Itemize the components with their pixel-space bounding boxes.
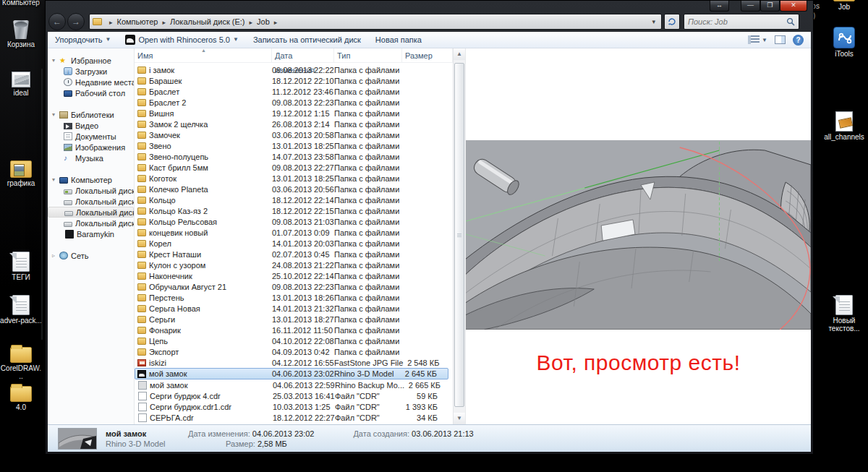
sidebar-item[interactable]: Локальный диск (E:	[48, 207, 134, 218]
desktop-icon[interactable]: adver-pack...	[0, 293, 42, 325]
breadcrumb-item[interactable]: Компьютер	[117, 17, 158, 26]
scroll-up-icon[interactable]: ▲	[454, 48, 465, 60]
file-row[interactable]: Экспорт04.09.2013 0:42Папка с файлами	[135, 346, 453, 357]
forward-button[interactable]: →	[67, 13, 85, 30]
open-with-rhinoceros-button[interactable]: Open with Rhinoceros 5.0 ▼	[118, 32, 246, 48]
column-header-size[interactable]: Размер	[402, 48, 453, 62]
file-row[interactable]: iskizi04.12.2012 16:55FastStone JPG File…	[135, 357, 453, 368]
file-row[interactable]: Серьга Новая14.01.2013 21:32Папка с файл…	[135, 303, 453, 314]
desktop-icon[interactable]: Job	[823, 0, 865, 11]
breadcrumb-item[interactable]: Job	[257, 17, 270, 26]
sidebar-item[interactable]: Локальный диск (C	[48, 185, 134, 196]
file-row[interactable]: СЕРЬГА.cdr18.12.2012 22:27Файл "CDR"34 К…	[135, 412, 453, 423]
folder-file-icon	[137, 316, 146, 323]
desktop-icon[interactable]: CorelDRAW...	[0, 341, 42, 380]
file-row[interactable]: Коготок13.01.2013 18:25Папка с файлами	[135, 173, 453, 184]
file-row[interactable]: Вишня19.12.2012 1:15Папка с файлами	[135, 108, 453, 119]
list-scrollbar[interactable]: ▲ ▼	[453, 48, 465, 424]
help-button[interactable]: ?	[793, 35, 804, 46]
desktop-icon[interactable]: Компьютер	[0, 0, 42, 7]
file-row[interactable]: Браслет11.12.2012 23:46Папка с файлами	[135, 86, 453, 97]
file-row[interactable]: i замок09.08.2013 22:22Папка с файлами	[135, 64, 453, 75]
sidebar-item[interactable]: ♪Музыка	[48, 153, 134, 163]
preview-pane-toggle[interactable]	[775, 35, 786, 44]
expanded-triangle-icon[interactable]: ▾	[52, 176, 59, 183]
sidebar-item[interactable]: Документы	[48, 131, 134, 142]
restore-size-button[interactable]: ↔	[710, 1, 729, 12]
file-row[interactable]: Колечко Planeta03.06.2013 20:56Папка с ф…	[135, 184, 453, 194]
sidebar-item[interactable]: Видео	[48, 120, 134, 131]
file-row[interactable]: Кольцо Каз-яз 218.12.2012 22:15Папка с ф…	[135, 205, 453, 216]
file-row[interactable]: Кольцо Рельсовая09.08.2013 21:03Папка с …	[135, 216, 453, 227]
desktop-icon[interactable]: 4.0	[0, 380, 42, 411]
file-row[interactable]: Замочек03.06.2013 20:58Папка с файлами	[135, 129, 453, 140]
file-row[interactable]: мой замок04.06.2013 22:59Rhino Backup Mo…	[135, 379, 453, 390]
address-bar[interactable]: ▸Компьютер▸Локальный диск (E:)▸Job▸ ▾	[89, 14, 662, 30]
file-row[interactable]: Обручалки Август 2109.08.2013 22:23Папка…	[135, 281, 453, 292]
sidebar-item[interactable]: Недавние места	[48, 77, 134, 87]
file-row[interactable]: Кулон с узором24.08.2013 21:22Папка с фа…	[135, 259, 453, 270]
file-row[interactable]: Серги бурдюк.cdr1.cdr10.03.2013 1:25Файл…	[135, 401, 453, 412]
address-dropdown-icon[interactable]: ▾	[649, 18, 658, 25]
file-type: FastStone JPG File	[334, 359, 403, 367]
sidebar-item[interactable]: Локальный диск (D	[48, 196, 134, 207]
file-row[interactable]: Кольцо18.12.2012 22:14Папка с файлами	[135, 194, 453, 205]
file-type: Папка с файлами	[334, 250, 401, 259]
sidebar-item[interactable]: Изображения	[48, 142, 134, 153]
sidebar-item[interactable]: ▹Сеть	[48, 250, 134, 261]
minimize-button[interactable]: —	[741, 1, 760, 12]
file-row[interactable]: Звено13.01.2013 18:25Папка с файлами	[135, 140, 453, 151]
file-row[interactable]: Цепь04.10.2012 22:08Папка с файлами	[135, 335, 453, 346]
file-row[interactable]: Крест Наташи02.07.2013 0:45Папка с файла…	[135, 249, 453, 259]
expanded-triangle-icon[interactable]: ▾	[52, 57, 59, 64]
breadcrumb-item[interactable]: Локальный диск (E:)	[170, 17, 245, 26]
scroll-down-icon[interactable]: ▼	[454, 413, 465, 424]
desktop-icon[interactable]: all_channels	[823, 110, 865, 141]
sidebar-item[interactable]: Загрузки	[48, 66, 134, 77]
file-row[interactable]: Перстень13.01.2013 18:26Папка с файлами	[135, 292, 453, 303]
desktop-icon[interactable]: Новый текстов...	[823, 293, 865, 332]
file-type: Папка с файлами	[334, 239, 401, 248]
desktop-icon[interactable]: графика	[0, 156, 42, 187]
file-row[interactable]: концевик новый01.07.2013 0:09Папка с фай…	[135, 227, 453, 238]
scrollbar-thumb[interactable]	[454, 63, 464, 407]
sidebar-item[interactable]: Baramykin	[48, 228, 134, 239]
desktop-icon[interactable]: iTools	[823, 26, 865, 58]
desktop-icon[interactable]: Корзина	[0, 17, 42, 48]
file-row[interactable]: Серги бурдюк 4.cdr25.03.2013 16:41Файл "…	[135, 390, 453, 401]
file-row[interactable]: Корел14.01.2013 20:03Папка с файлами	[135, 238, 453, 249]
file-row[interactable]: Замок 2 щелчка26.08.2013 2:14Папка с фай…	[135, 119, 453, 129]
organize-button[interactable]: Упорядочить ▼	[48, 32, 118, 48]
sidebar-item[interactable]: Локальный диск (F:	[48, 218, 134, 228]
sidebar-item[interactable]: ▾Библиотеки	[48, 109, 134, 120]
file-date-modified: 16.11.2012 11:50	[272, 326, 334, 335]
file-row[interactable]: Серьги13.01.2013 18:27Папка с файлами	[135, 314, 453, 325]
search-input[interactable]	[688, 17, 786, 26]
burn-disc-button[interactable]: Записать на оптический диск	[246, 32, 368, 48]
close-button[interactable]: ✕	[780, 1, 807, 12]
file-row[interactable]: Звено-полуцепь14.07.2013 23:58Папка с фа…	[135, 151, 453, 162]
file-row[interactable]: мой замок04.06.2013 23:02Rhino 3-D Model…	[135, 368, 448, 379]
change-view-button[interactable]: ▼	[748, 35, 767, 44]
file-row[interactable]: Фонарик16.11.2012 11:50Папка с файлами	[135, 325, 453, 335]
collapsed-triangle-icon[interactable]: ▹	[52, 252, 59, 259]
sidebar-item[interactable]: ▾★Избранное	[48, 55, 134, 66]
file-row[interactable]: Наконечник25.10.2012 22:14Папка с файлам…	[135, 270, 453, 281]
desktop-icon[interactable]: ideal	[0, 68, 42, 97]
new-folder-button[interactable]: Новая папка	[368, 32, 429, 48]
sidebar-item[interactable]: ▾Компьютер	[48, 174, 134, 185]
expanded-triangle-icon[interactable]: ▾	[52, 111, 59, 118]
file-row[interactable]: Браслет 209.08.2013 22:23Папка с файлами	[135, 97, 453, 108]
file-date-modified: 04.06.2013 23:02	[272, 369, 334, 378]
back-button[interactable]: ←	[48, 13, 66, 30]
file-row[interactable]: Барашек18.12.2012 22:10Папка с файлами	[135, 75, 453, 86]
column-header-date[interactable]: Дата изменения	[272, 48, 334, 62]
breadcrumb-separator-icon: ▸	[105, 19, 117, 26]
search-box[interactable]	[684, 14, 799, 30]
file-row[interactable]: Каст брилл 5мм09.08.2013 22:27Папка с фа…	[135, 162, 453, 173]
refresh-button[interactable]	[664, 14, 680, 30]
maximize-button[interactable]: ❐	[760, 1, 780, 12]
desktop-icon[interactable]: ТЕГИ	[0, 250, 42, 281]
column-header-type[interactable]: Тип	[334, 48, 402, 62]
sidebar-item[interactable]: Рабочий стол	[48, 87, 134, 98]
